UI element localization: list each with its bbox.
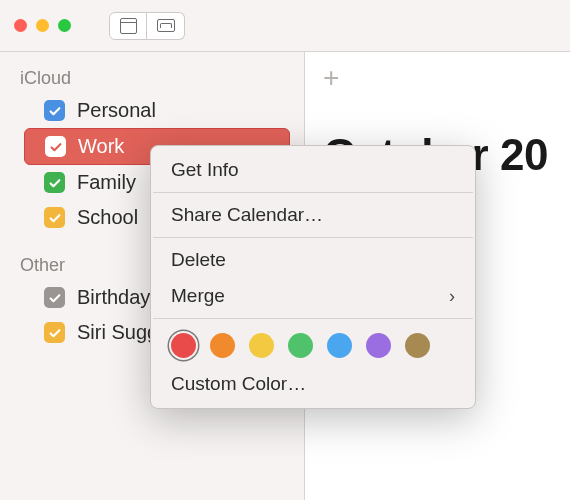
check-icon	[48, 211, 62, 225]
color-swatch[interactable]	[327, 333, 352, 358]
check-icon	[48, 326, 62, 340]
calendars-toggle-button[interactable]	[109, 12, 147, 40]
menu-separator	[153, 237, 473, 238]
add-event-button[interactable]: +	[323, 62, 339, 94]
chevron-right-icon: ›	[449, 286, 455, 307]
color-swatch[interactable]	[405, 333, 430, 358]
calendar-checkbox[interactable]	[44, 322, 65, 343]
close-window-button[interactable]	[14, 19, 27, 32]
menu-share-calendar[interactable]: Share Calendar…	[151, 197, 475, 233]
calendar-checkbox[interactable]	[44, 100, 65, 121]
check-icon	[48, 104, 62, 118]
color-swatch-row	[151, 323, 475, 366]
calendar-icon	[120, 18, 137, 34]
check-icon	[48, 176, 62, 190]
context-menu: Get Info Share Calendar… Delete Merge› C…	[150, 145, 476, 409]
menu-share-label: Share Calendar…	[171, 204, 323, 226]
menu-get-info-label: Get Info	[171, 159, 239, 181]
calendar-checkbox[interactable]	[45, 136, 66, 157]
calendar-item-label: Family	[77, 171, 136, 194]
menu-merge-label: Merge	[171, 285, 225, 307]
sidebar-section-header: iCloud	[0, 62, 304, 93]
menu-custom-color[interactable]: Custom Color…	[151, 366, 475, 402]
minimize-window-button[interactable]	[36, 19, 49, 32]
inbox-button[interactable]	[147, 12, 185, 40]
menu-delete[interactable]: Delete	[151, 242, 475, 278]
color-swatch[interactable]	[171, 333, 196, 358]
color-swatch[interactable]	[288, 333, 313, 358]
menu-get-info[interactable]: Get Info	[151, 152, 475, 188]
calendar-checkbox[interactable]	[44, 287, 65, 308]
calendar-checkbox[interactable]	[44, 172, 65, 193]
color-swatch[interactable]	[366, 333, 391, 358]
calendar-checkbox[interactable]	[44, 207, 65, 228]
calendar-item-label: Birthdays	[77, 286, 160, 309]
menu-custom-color-label: Custom Color…	[171, 373, 306, 395]
calendar-item-label: School	[77, 206, 138, 229]
toolbar-view-group	[109, 12, 185, 40]
menu-separator	[153, 192, 473, 193]
calendar-list-item[interactable]: Personal	[0, 93, 304, 128]
menu-delete-label: Delete	[171, 249, 226, 271]
menu-separator	[153, 318, 473, 319]
inbox-icon	[157, 19, 175, 32]
calendar-item-label: Personal	[77, 99, 156, 122]
menu-merge[interactable]: Merge›	[151, 278, 475, 314]
window-controls	[14, 19, 71, 32]
color-swatch[interactable]	[210, 333, 235, 358]
titlebar	[0, 0, 570, 52]
zoom-window-button[interactable]	[58, 19, 71, 32]
check-icon	[49, 140, 63, 154]
main-toolbar: +	[305, 52, 570, 104]
calendar-window: iCloudPersonalWorkFamilySchoolOtherBirth…	[0, 0, 570, 500]
calendar-item-label: Work	[78, 135, 124, 158]
color-swatch[interactable]	[249, 333, 274, 358]
check-icon	[48, 291, 62, 305]
